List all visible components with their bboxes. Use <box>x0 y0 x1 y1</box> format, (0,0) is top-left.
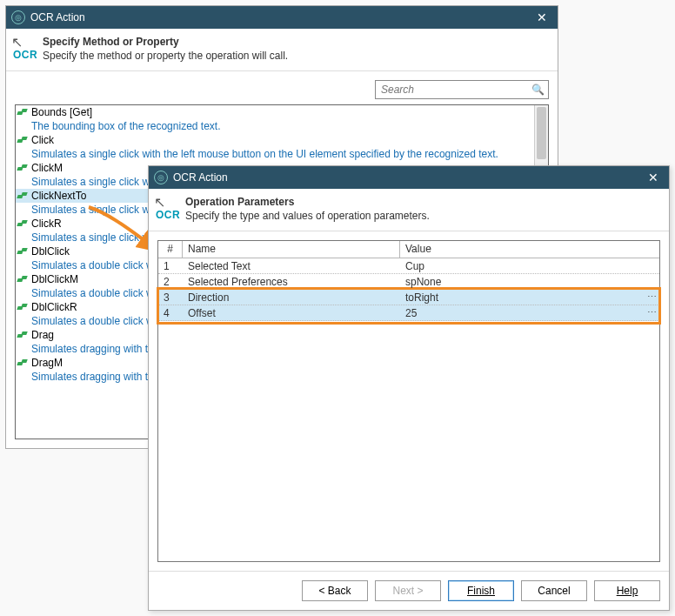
method-name: Drag <box>31 329 54 341</box>
front-header-title: Operation Parameters <box>185 196 660 208</box>
param-number: 4 <box>158 307 183 319</box>
method-name: DblClickM <box>31 273 78 285</box>
search-input[interactable] <box>379 83 531 97</box>
back-title: OCR Action <box>30 11 531 23</box>
close-icon[interactable]: ✕ <box>643 171 664 184</box>
help-button[interactable]: Help <box>594 580 660 601</box>
ocr-wizard-icon: ↖ OCR <box>156 196 185 220</box>
col-number[interactable]: # <box>158 241 183 258</box>
front-titlebar[interactable]: ◎ OCR Action ✕ <box>149 166 669 189</box>
param-name: Selected Text <box>183 260 400 272</box>
close-icon[interactable]: ✕ <box>531 10 552 24</box>
method-name: ClickM <box>31 162 63 174</box>
back-header: ↖ OCR Specify Method or Property Specify… <box>6 29 558 71</box>
col-value[interactable]: Value <box>400 241 659 258</box>
app-icon: ◎ <box>154 171 168 184</box>
wizard-buttons: < Back Next > Finish Cancel Help <box>149 571 669 610</box>
method-item-click[interactable]: ClickSimulates a single click with the l… <box>16 133 535 161</box>
method-icon <box>17 302 30 312</box>
method-icon <box>17 274 30 285</box>
cancel-button[interactable]: Cancel <box>521 580 587 601</box>
method-icon <box>17 191 30 201</box>
method-icon <box>17 330 30 340</box>
back-titlebar[interactable]: ◎ OCR Action ✕ <box>6 6 558 29</box>
method-icon <box>17 246 30 257</box>
method-name: ClickNextTo <box>31 190 86 202</box>
param-name: Offset <box>183 307 400 319</box>
scrollbar-thumb[interactable] <box>537 107 546 159</box>
param-name: Selected Preferences <box>183 276 400 288</box>
method-description: The bounding box of the recognized text. <box>16 119 535 133</box>
app-icon: ◎ <box>11 10 25 24</box>
param-number: 3 <box>158 291 183 304</box>
method-icon <box>17 358 30 368</box>
method-icon <box>17 135 30 145</box>
param-row[interactable]: 3DirectiontoRight <box>158 290 659 305</box>
param-row[interactable]: 4Offset25 <box>158 305 659 321</box>
front-header-subtitle: Specify the type and values of operation… <box>185 210 660 222</box>
method-name: DblClick <box>31 245 70 258</box>
param-number: 1 <box>158 260 183 272</box>
ocr-wizard-icon: ↖ OCR <box>13 36 43 60</box>
param-value[interactable]: spNone <box>400 276 659 288</box>
method-name: DblClickR <box>31 301 77 313</box>
method-name: Bounds [Get] <box>31 106 92 118</box>
method-item-bounds-get-[interactable]: Bounds [Get]The bounding box of the reco… <box>16 105 535 133</box>
front-dialog: ◎ OCR Action ✕ ↖ OCR Operation Parameter… <box>148 165 670 611</box>
search-icon[interactable]: 🔍 <box>531 84 545 96</box>
param-row[interactable]: 1Selected TextCup <box>158 258 659 274</box>
param-name: Direction <box>183 291 400 304</box>
parameters-header-row: # Name Value <box>158 241 659 258</box>
method-icon <box>17 218 30 229</box>
method-description: Simulates a single click with the left m… <box>16 147 535 161</box>
back-header-title: Specify Method or Property <box>43 36 549 48</box>
back-header-subtitle: Specify the method or property the opera… <box>43 50 549 62</box>
method-name: Click <box>31 134 54 146</box>
param-value[interactable]: toRight <box>400 291 659 304</box>
method-icon <box>17 107 30 117</box>
method-icon <box>17 163 30 173</box>
param-number: 2 <box>158 276 183 288</box>
param-row[interactable]: 2Selected PreferencesspNone <box>158 274 659 290</box>
param-value[interactable]: Cup <box>400 260 659 272</box>
method-name: DragM <box>31 357 63 369</box>
front-title: OCR Action <box>173 171 643 184</box>
col-name[interactable]: Name <box>183 241 400 258</box>
back-button[interactable]: < Back <box>302 580 368 601</box>
search-input-wrap[interactable]: 🔍 <box>375 80 549 99</box>
front-header: ↖ OCR Operation Parameters Specify the t… <box>149 189 669 231</box>
param-value[interactable]: 25 <box>400 307 659 319</box>
finish-button[interactable]: Finish <box>448 580 514 601</box>
method-name: ClickR <box>31 218 62 230</box>
next-button: Next > <box>375 580 441 601</box>
parameters-table: # Name Value 1Selected TextCup2Selected … <box>157 240 660 562</box>
